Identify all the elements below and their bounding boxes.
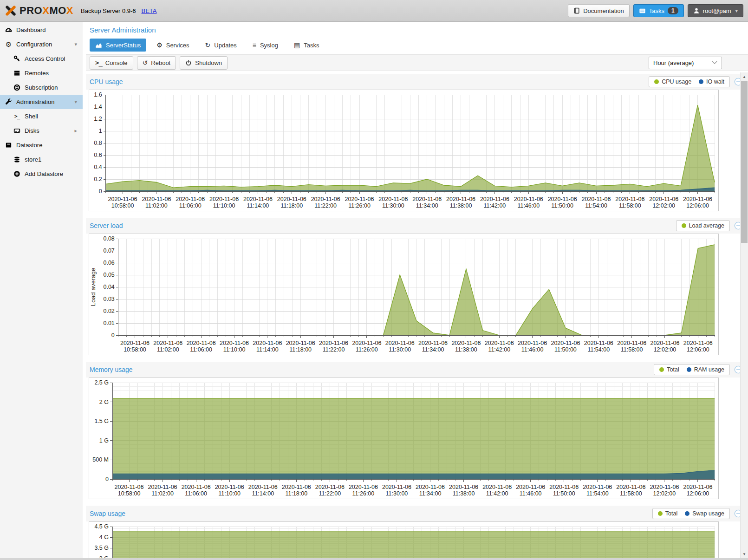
svg-text:0.2: 0.2 [94, 176, 102, 182]
sidebar-item-label: Add Datastore [25, 170, 63, 177]
svg-text:2020-11-06: 2020-11-06 [549, 484, 579, 490]
swap-usage-chart: 0500 M1 G1.5 G2 G2.5 G3 G3.5 G4 G4.5 G20… [89, 521, 719, 558]
key-icon [13, 55, 21, 63]
tab-updates[interactable]: ↻ Updates [200, 39, 242, 52]
chart-legend: TotalSwap usage [652, 508, 730, 519]
chevron-right-icon[interactable]: ▸ [74, 128, 77, 134]
chart-legend: CPU usageIO wait [649, 76, 730, 87]
beta-link[interactable]: BETA [142, 7, 157, 14]
tab-syslog[interactable]: ≡ Syslog [247, 39, 284, 52]
svg-text:0.03: 0.03 [103, 296, 114, 302]
svg-text:11:10:00: 11:10:00 [218, 490, 241, 497]
documentation-button[interactable]: Documentation [568, 4, 629, 17]
svg-text:2.5 G: 2.5 G [94, 379, 109, 386]
timeframe-select[interactable]: Hour (average) [649, 57, 722, 69]
svg-text:2020-11-06: 2020-11-06 [319, 340, 348, 346]
sidebar-item-access-control[interactable]: Access Control [0, 52, 83, 66]
legend-item[interactable]: Load average [682, 222, 724, 229]
svg-text:2020-11-06: 2020-11-06 [485, 340, 514, 346]
svg-text:2020-11-06: 2020-11-06 [385, 340, 415, 346]
svg-text:2020-11-06: 2020-11-06 [449, 484, 478, 490]
book-icon [573, 7, 580, 14]
tab-services[interactable]: ⚙ Services [151, 39, 195, 52]
scroll-down-arrow[interactable]: ▼ [741, 550, 748, 558]
svg-text:2020-11-06: 2020-11-06 [583, 484, 612, 490]
list-box-icon: ▤ [294, 42, 300, 48]
gears-icon: ⚙ [156, 42, 163, 48]
panel-header: Memory usage TotalRAM usage [86, 362, 748, 378]
legend-item[interactable]: IO wait [699, 78, 724, 85]
proxmox-logo-icon [5, 5, 17, 17]
svg-text:0.04: 0.04 [103, 284, 114, 290]
tab-tasks[interactable]: ▤ Tasks [288, 39, 325, 52]
sidebar: Dashboard ⚙ Configuration ▾ Access Contr… [0, 22, 83, 558]
sidebar-item-shell[interactable]: >_ Shell [0, 109, 83, 124]
legend-dot [659, 367, 664, 372]
proxmox-logo-text: PROXMOX [20, 5, 73, 17]
svg-text:2020-11-06: 2020-11-06 [352, 340, 381, 346]
svg-text:2020-11-06: 2020-11-06 [345, 196, 374, 202]
svg-text:11:06:00: 11:06:00 [185, 490, 207, 497]
server-list-icon [13, 69, 21, 77]
svg-text:11:34:00: 11:34:00 [422, 346, 444, 353]
svg-text:0: 0 [105, 476, 109, 482]
svg-text:2020-11-06: 2020-11-06 [248, 484, 278, 490]
svg-text:2020-11-06: 2020-11-06 [220, 340, 249, 346]
legend-item[interactable]: RAM usage [687, 366, 724, 373]
power-icon [185, 59, 192, 66]
sidebar-item-store1[interactable]: store1 [0, 152, 83, 167]
user-menu-button[interactable]: root@pam ▾ [688, 4, 743, 17]
svg-text:2020-11-06: 2020-11-06 [286, 340, 315, 346]
hard-drive-icon [13, 127, 21, 135]
reboot-button[interactable]: ↺ Reboot [137, 56, 176, 70]
svg-text:11:46:00: 11:46:00 [521, 346, 544, 353]
svg-text:11:26:00: 11:26:00 [356, 346, 378, 353]
sidebar-item-remotes[interactable]: Remotes [0, 66, 83, 80]
svg-text:Load average: Load average [90, 268, 97, 306]
svg-text:12:06:00: 12:06:00 [687, 490, 709, 497]
svg-text:11:38:00: 11:38:00 [455, 346, 477, 353]
chevron-down-icon[interactable]: ▾ [74, 41, 77, 47]
svg-text:2020-11-06: 2020-11-06 [480, 196, 509, 202]
svg-text:2020-11-06: 2020-11-06 [418, 340, 448, 346]
tab-serverstatus[interactable]: ServerStatus [90, 39, 146, 52]
panel-header: Server load Load average [86, 218, 748, 234]
svg-text:2020-11-06: 2020-11-06 [215, 484, 244, 490]
sidebar-item-label: Administration [16, 98, 54, 105]
sidebar-item-dashboard[interactable]: Dashboard [0, 23, 83, 37]
svg-text:4.5 G: 4.5 G [94, 523, 109, 530]
svg-text:2020-11-06: 2020-11-06 [683, 340, 713, 346]
svg-text:2020-11-06: 2020-11-06 [153, 340, 182, 346]
sidebar-item-administration[interactable]: Administration ▾ [0, 95, 83, 109]
svg-text:10:58:00: 10:58:00 [118, 490, 141, 497]
sidebar-item-datastore[interactable]: Datastore [0, 138, 83, 152]
svg-text:0.02: 0.02 [103, 308, 114, 314]
legend-item[interactable]: Swap usage [685, 510, 724, 517]
sidebar-item-disks[interactable]: Disks ▸ [0, 124, 83, 138]
sidebar-item-add-datastore[interactable]: Add Datastore [0, 167, 83, 181]
sidebar-item-subscription[interactable]: Subscription [0, 80, 83, 95]
svg-text:11:18:00: 11:18:00 [280, 202, 303, 209]
legend-item[interactable]: CPU usage [654, 78, 691, 85]
vertical-scrollbar[interactable]: ▲ ▼ [740, 72, 748, 558]
sidebar-item-configuration[interactable]: ⚙ Configuration ▾ [0, 37, 83, 52]
shutdown-button[interactable]: Shutdown [180, 56, 228, 70]
svg-text:1.4: 1.4 [94, 104, 102, 110]
tasks-button[interactable]: Tasks 1 [633, 4, 684, 17]
svg-text:2020-11-06: 2020-11-06 [451, 340, 481, 346]
console-button[interactable]: >_ Console [90, 56, 133, 70]
svg-text:2020-11-06: 2020-11-06 [315, 484, 345, 490]
chevron-down-icon[interactable]: ▾ [74, 99, 77, 105]
svg-text:11:10:00: 11:10:00 [213, 202, 235, 209]
legend-item[interactable]: Total [658, 510, 677, 517]
scroll-up-arrow[interactable]: ▲ [741, 73, 748, 80]
svg-text:10:58:00: 10:58:00 [124, 346, 146, 353]
tab-bar: ServerStatus ⚙ Services ↻ Updates ≡ Sysl… [86, 37, 748, 54]
legend-dot [682, 223, 686, 228]
svg-text:2020-11-06: 2020-11-06 [581, 196, 611, 202]
area-chart-icon [95, 42, 102, 49]
cpu-usage-panel: CPU usage CPU usageIO wait 00.20.40.60.8… [86, 74, 748, 211]
reboot-icon: ↺ [143, 59, 148, 66]
scrollbar-thumb[interactable] [741, 81, 748, 243]
legend-item[interactable]: Total [659, 366, 679, 373]
